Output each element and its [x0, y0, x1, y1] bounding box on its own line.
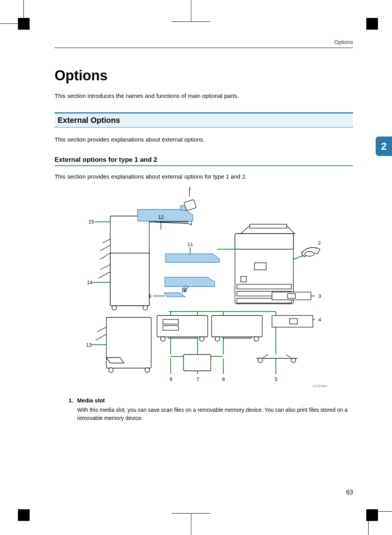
svg-rect-24: [237, 284, 291, 289]
callout-9: 9: [148, 293, 151, 299]
svg-rect-62: [184, 354, 211, 371]
svg-rect-31: [288, 294, 295, 298]
page-title: Options: [55, 67, 353, 84]
callout-7: 7: [196, 376, 199, 382]
svg-line-47: [100, 265, 110, 269]
svg-line-48: [99, 272, 110, 278]
running-header: Options: [55, 39, 353, 48]
callout-2: 2: [318, 240, 321, 246]
callout-12: 12: [158, 214, 164, 220]
svg-rect-23: [235, 234, 293, 249]
svg-point-45: [143, 305, 148, 310]
svg-rect-64: [184, 200, 196, 211]
svg-line-43: [100, 253, 110, 259]
list-term: Media slot: [77, 397, 353, 404]
section-body: This section provides explanations about…: [55, 136, 353, 143]
page-number: 63: [346, 489, 353, 496]
diagram-external-options: 1 2 3 4 5 6 7 8 9 10 11 12 13 14 15 CAS0…: [79, 187, 328, 390]
callout-6: 6: [222, 376, 225, 382]
svg-rect-56: [163, 326, 178, 330]
svg-rect-55: [163, 319, 178, 324]
svg-point-44: [112, 305, 117, 310]
svg-rect-29: [241, 276, 246, 282]
callout-10: 10: [181, 287, 187, 293]
figure-id: CAS094: [313, 384, 327, 388]
callout-5: 5: [275, 376, 277, 382]
svg-point-57: [161, 337, 165, 341]
svg-rect-27: [254, 263, 266, 270]
intro-text: This section introduces the names and fu…: [55, 92, 353, 99]
list-item-1: 1. Media slot With this media slot, you …: [55, 397, 353, 422]
callout-8: 8: [170, 376, 172, 382]
chapter-tab: 2: [376, 136, 392, 156]
page-content: Options Options This section introduces …: [55, 39, 353, 496]
svg-point-61: [254, 337, 259, 341]
svg-rect-59: [212, 315, 262, 337]
subsection-body: This section provides explanations about…: [55, 173, 353, 180]
svg-line-50: [97, 327, 106, 332]
section-heading-external-options: External Options: [55, 112, 353, 128]
svg-rect-33: [290, 319, 297, 324]
svg-line-37: [263, 354, 268, 358]
svg-line-41: [102, 239, 110, 243]
svg-point-53: [145, 368, 150, 372]
subsection-heading: External options for type 1 and 2: [55, 156, 353, 166]
svg-rect-46: [110, 253, 149, 306]
svg-point-36: [291, 358, 296, 363]
callout-13: 13: [86, 342, 92, 348]
svg-point-39: [305, 252, 314, 256]
svg-point-52: [109, 368, 113, 372]
svg-point-58: [200, 337, 204, 341]
callout-14: 14: [87, 280, 92, 285]
callout-4: 4: [318, 317, 321, 322]
list-number: 1.: [66, 397, 73, 422]
list-description: With this media slot, you can save scan …: [77, 406, 353, 422]
svg-line-38: [286, 354, 291, 358]
callout-3: 3: [318, 293, 321, 299]
callout-1: 1: [188, 187, 191, 191]
svg-line-42: [100, 245, 110, 251]
svg-point-60: [215, 337, 220, 341]
svg-line-51: [95, 334, 106, 340]
svg-point-35: [258, 358, 263, 363]
callout-11: 11: [187, 241, 193, 247]
svg-rect-28: [250, 224, 287, 228]
callout-15: 15: [88, 219, 94, 225]
